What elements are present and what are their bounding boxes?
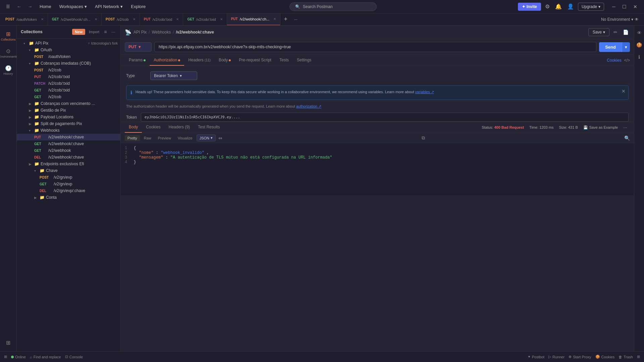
method-selector[interactable]: PUT ▾ (125, 42, 152, 52)
info-banner-close-button[interactable]: ✕ (622, 88, 626, 94)
search-postman[interactable]: 🔍 Search Postman (289, 2, 377, 11)
workspaces-link[interactable]: Workspaces ▾ (57, 3, 90, 10)
tab-close-icon[interactable]: ✕ (133, 17, 136, 21)
sidebar-icon-explorer[interactable]: ⊞ (1, 337, 16, 349)
tree-item-conta[interactable]: ▶ 📁 Conta (17, 194, 120, 201)
tab-close-icon[interactable]: ✕ (41, 17, 44, 21)
upgrade-button[interactable]: Upgrade ▾ (578, 3, 604, 11)
tree-item-v2gnevp[interactable]: POST /v2/gn/evp (17, 174, 120, 181)
tree-item-v2webhookchave[interactable]: PUT /v2/webhook/:chave (17, 134, 120, 140)
tab-headers[interactable]: Headers (11) (184, 55, 215, 66)
tree-item-cobranas-imediatas-cob[interactable]: ▾ 📁 Cobranças imediatas (COB) (17, 60, 120, 67)
runner-button[interactable]: ▷ Runner (548, 355, 565, 359)
edit-button[interactable]: ✏ (612, 28, 619, 36)
sidebar-icon-environments[interactable]: ⊙ Environments (1, 45, 16, 61)
tree-item-oauth[interactable]: ▾ 📁 OAuth (17, 47, 120, 53)
tree-item-v2webhookchave[interactable]: GET /v2/webhook/:chave (17, 140, 120, 147)
explore-link[interactable]: Explore (128, 3, 148, 10)
layout-toggle[interactable]: ⊞ (4, 355, 7, 359)
more-collections-button[interactable]: ··· (110, 28, 116, 36)
settings-button[interactable]: ⚙ (544, 2, 551, 11)
auth-type-selector[interactable]: Bearer Token ▾ (150, 71, 197, 80)
api-network-link[interactable]: API Network ▾ (92, 3, 125, 10)
tab-close-icon[interactable]: ✕ (95, 17, 97, 21)
tree-item-v2cob[interactable]: GET /v2/cob (17, 94, 120, 100)
tab-close-icon[interactable]: ✕ (220, 17, 223, 21)
send-dropdown-button[interactable]: ▾ (622, 42, 630, 52)
avatar-button[interactable]: 👤 (566, 2, 575, 11)
menu-button[interactable]: ☰ (4, 3, 12, 10)
send-button[interactable]: Send (599, 42, 622, 52)
maximize-button[interactable]: ☐ (620, 3, 629, 11)
search-response-button[interactable]: 🔍 (624, 135, 630, 141)
more-tabs-button[interactable]: ··· (291, 17, 301, 22)
sidebar-icon-collections[interactable]: ⊞ Collections (1, 28, 16, 44)
copy-response-button[interactable]: ⧉ (422, 135, 425, 141)
document-button[interactable]: 📄 (622, 28, 630, 36)
cookies-link[interactable]: Cookies (607, 58, 621, 63)
token-value[interactable]: eyJhbGciOiJIUzI1NiIsInR5cCI6IkpXVCJ9.ey.… (141, 113, 629, 122)
trash-button[interactable]: 🗑 Trash (619, 355, 633, 359)
tab-authorization[interactable]: Authorization (150, 55, 184, 66)
authorization-link[interactable]: authorization ↗ (296, 104, 321, 108)
tab-post--oauth-token[interactable]: POST/oauth/token✕ (1, 13, 48, 25)
tree-item-payload-locations[interactable]: ▶ 📁 Payload Locations (17, 114, 120, 120)
start-proxy-button[interactable]: ⊕ Start Proxy (569, 355, 591, 359)
cookies-status-button[interactable]: 🍪 Cookies (595, 355, 615, 359)
tree-item-v2cobtxid[interactable]: PATCH /v2/cob/:txid (17, 80, 120, 87)
format-pretty-button[interactable]: Pretty (125, 135, 140, 141)
word-wrap-button[interactable]: ⇔ (218, 135, 222, 141)
tree-item-api-pix[interactable]: ▾ 📁 API Pix ⑂lctecnologia's fork (17, 40, 120, 47)
tab-pre-request-script[interactable]: Pre-request Script (235, 55, 275, 66)
close-button[interactable]: ✕ (631, 3, 640, 11)
postbot-button[interactable]: ✦ Postbot (528, 355, 544, 359)
tab-get--v2-webhook-ch[interactable]: GET/v2/webhook/:ch...✕ (48, 13, 102, 25)
variables-link[interactable]: variables ↗ (415, 90, 434, 94)
invite-button[interactable]: ✦ Invite (518, 3, 541, 11)
tab-close-icon[interactable]: ✕ (176, 17, 179, 21)
tree-item-v2webhook[interactable]: GET /v2/webhook (17, 147, 120, 154)
tab-settings[interactable]: Settings (293, 55, 315, 66)
tree-item-chave[interactable]: ▾ 📁 Chave (17, 167, 120, 174)
tab-body[interactable]: Body (215, 55, 235, 66)
tree-item-endpoints-exclusivos-efi[interactable]: ▶ 📁 Endpoints exclusivos Efi (17, 161, 120, 167)
grid-button[interactable]: ⊞ (637, 355, 640, 359)
home-link[interactable]: Home (37, 3, 54, 10)
resp-tab-test-results[interactable]: Test Results (194, 122, 224, 133)
tab-tests[interactable]: Tests (275, 55, 293, 66)
resp-tab-cookies[interactable]: Cookies (142, 122, 164, 133)
right-sidebar-cookies-button[interactable]: 🍪 (634, 40, 644, 50)
tab-get--v2-cob-txid[interactable]: GET/v2/cob/:txid✕ (183, 13, 227, 25)
save-example-button[interactable]: 💾 Save as Example (583, 125, 618, 130)
tab-post--v2-cob[interactable]: POST/v2/cob✕ (102, 13, 140, 25)
format-visualize-button[interactable]: Visualize (175, 135, 195, 141)
save-button[interactable]: Save ▾ (588, 28, 609, 36)
url-input[interactable] (154, 42, 596, 52)
tab-close-icon[interactable]: ✕ (273, 17, 276, 21)
import-button[interactable]: Import (88, 29, 100, 35)
filter-collections-button[interactable]: ≡ (103, 28, 108, 36)
sidebar-icon-history[interactable]: 🕐 History (1, 62, 16, 78)
add-tab-button[interactable]: + (280, 16, 291, 23)
right-sidebar-env-button[interactable]: 👁 (635, 28, 644, 38)
find-replace-button[interactable]: ⌕ Find and replace (30, 355, 61, 359)
notifications-button[interactable]: 🔔 (554, 2, 563, 11)
console-button[interactable]: ⊡ Console (65, 355, 83, 359)
tree-item-v2cobtxid[interactable]: PUT /v2/cob/:txid (17, 73, 120, 80)
tree-item-v2webhookchave[interactable]: DEL /v2/webhook/:chave (17, 154, 120, 161)
tree-item-v2gnevpchave[interactable]: DEL /v2/gn/evp/:chave (17, 187, 120, 194)
tree-item-gesto-de-pix[interactable]: ▶ 📁 Gestão de Pix (17, 107, 120, 114)
more-response-options[interactable]: ··· (623, 125, 627, 130)
resp-tab-headers[interactable]: Headers (9) (165, 122, 194, 133)
forward-button[interactable]: → (26, 3, 34, 10)
environment-selector[interactable]: No Environment ▾ 👁 (597, 17, 643, 22)
tree-item-webhooks[interactable]: ▾ 📁 Webhooks (17, 127, 120, 134)
format-preview-button[interactable]: Preview (155, 135, 174, 141)
tree-item-cobranas-com-vencimento-[interactable]: ▶ 📁 Cobranças com vencimento ... (17, 100, 120, 107)
new-collection-button[interactable]: New (72, 29, 85, 35)
right-sidebar-info-button[interactable]: ℹ (636, 52, 642, 62)
breadcrumb-api-pix[interactable]: API Pix (133, 30, 147, 35)
breadcrumb-webhooks[interactable]: Webhooks (152, 30, 171, 35)
tree-item-v2cobtxid[interactable]: GET /v2/cob/:txid (17, 87, 120, 94)
format-raw-button[interactable]: Raw (141, 135, 154, 141)
